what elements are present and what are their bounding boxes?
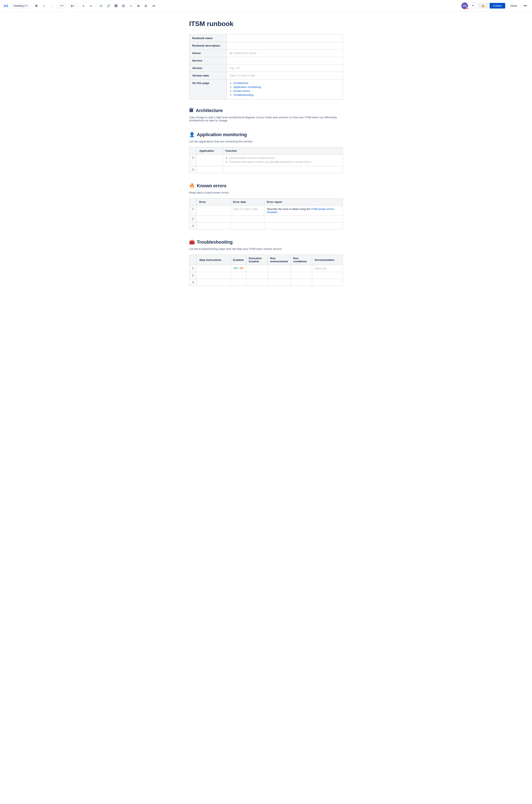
confluence-logo[interactable] — [3, 3, 9, 9]
lock-icon: 🔒 — [481, 4, 484, 7]
troubleshooting-link[interactable]: Troubleshooting — [233, 93, 253, 96]
value-version[interactable]: e.g., 2.3 — [227, 64, 343, 72]
error-row3-error[interactable] — [197, 223, 231, 229]
align-select[interactable]: ≡ ▾ — [58, 3, 65, 8]
app-monitoring-emoji: 👤 — [189, 132, 195, 137]
error-row3-date[interactable] — [230, 223, 264, 229]
trouble-row1-enabled[interactable]: YES / NO — [230, 265, 246, 272]
table-header-row: Step instructions Enabled Execution loca… — [189, 255, 343, 265]
col-num-header — [189, 147, 197, 154]
table-row: Version date Type // to add a date — [189, 72, 343, 79]
trouble-row3-step[interactable] — [197, 279, 231, 286]
value-service[interactable] — [227, 57, 343, 64]
label-runbook-desc: Runbook description — [189, 42, 227, 50]
label-service: Service — [189, 57, 227, 64]
trouble-row2-execution[interactable] — [246, 272, 268, 279]
error-row2-report[interactable] — [264, 216, 343, 223]
layout-button[interactable]: ⊟ — [142, 2, 149, 9]
app-row1-application[interactable] — [197, 154, 223, 166]
architecture-heading: 🏛 Architecture — [189, 108, 343, 113]
known-errors-link[interactable]: Known errors — [233, 89, 250, 93]
app-monitoring-section: 👤 Application monitoring List the applic… — [189, 132, 343, 173]
trouble-row1-run-env[interactable] — [268, 265, 290, 272]
table-header-row: Error Error date Error report — [189, 199, 343, 206]
table-row: 2 — [189, 166, 343, 173]
add-button[interactable]: + — [470, 2, 476, 9]
trouble-row2-enabled[interactable] — [230, 272, 246, 279]
align-icon: ≡ — [60, 4, 62, 7]
row-num-3: 3 — [189, 223, 197, 229]
architecture-link[interactable]: Architecture — [233, 81, 248, 85]
more-options-button[interactable]: ••• — [522, 2, 529, 9]
col-error-date-header: Error date — [230, 199, 264, 206]
bullet-list-button[interactable]: ≡ — [80, 2, 87, 9]
trouble-row1-doc[interactable]: Add a link — [312, 265, 343, 272]
text-color-select[interactable]: A ▾ — [69, 3, 76, 8]
architecture-section: 🏛 Architecture Type /image to add a high… — [189, 108, 343, 122]
mention-button[interactable]: @ — [120, 2, 127, 9]
trouble-row2-run-cond[interactable] — [290, 272, 312, 279]
trouble-row3-run-env[interactable] — [268, 279, 290, 286]
col-run-cond-header: Run conditions — [290, 255, 312, 265]
doc-placeholder: Add a link — [315, 267, 326, 270]
italic-button[interactable]: I — [40, 2, 47, 9]
col-execution-header: Execution location — [246, 255, 268, 265]
list-item: Known errors — [233, 89, 340, 93]
list-item: Application monitoring — [233, 86, 340, 89]
close-button[interactable]: Close — [507, 3, 520, 8]
trouble-row3-execution[interactable] — [246, 279, 268, 286]
table-row: 1 YES / NO Add a link — [189, 265, 343, 272]
known-errors-heading: 🔥 Known errors — [189, 183, 343, 189]
trouble-row2-doc[interactable] — [312, 272, 343, 279]
value-runbook-name[interactable] — [227, 35, 343, 42]
label-version: Version — [189, 64, 227, 72]
table-button[interactable]: ⊞ — [135, 2, 142, 9]
yes-no-toggle[interactable]: YES / NO — [233, 267, 244, 269]
list-item: Troubleshooting — [233, 93, 340, 96]
trouble-row2-run-env[interactable] — [268, 272, 290, 279]
error-row1-error[interactable] — [197, 206, 231, 216]
trouble-row1-step[interactable] — [197, 265, 231, 272]
numbered-list-button[interactable]: ≡ — [88, 2, 94, 9]
trouble-row2-step[interactable] — [197, 272, 231, 279]
value-version-date[interactable]: Type // to add a date — [227, 72, 343, 79]
text-color-chevron-icon: ▾ — [74, 4, 75, 7]
trouble-row1-execution[interactable] — [246, 265, 268, 272]
link-button[interactable]: 🔗 — [105, 2, 112, 9]
troubleshooting-emoji: 🧰 — [189, 240, 195, 245]
more-format-button[interactable]: ... — [48, 2, 55, 9]
no-label[interactable]: NO — [240, 267, 244, 269]
trouble-row3-run-cond[interactable] — [290, 279, 312, 286]
app-row2-function[interactable] — [223, 166, 343, 173]
value-owner[interactable]: @ mention the owner — [227, 50, 343, 57]
trouble-row3-enabled[interactable] — [230, 279, 246, 286]
avatar[interactable]: CK — [461, 2, 468, 9]
trouble-row3-doc[interactable] — [312, 279, 343, 286]
value-on-this-page: Architecture Application monitoring Know… — [227, 79, 343, 99]
yes-label[interactable]: YES — [233, 267, 238, 269]
error-row1-report[interactable]: Describe the error in detail using the I… — [264, 206, 343, 216]
bold-button[interactable]: B — [33, 2, 40, 9]
error-row2-error[interactable] — [197, 216, 231, 223]
app-row2-application[interactable] — [197, 166, 223, 173]
label-version-date: Version date — [189, 72, 227, 79]
error-row1-date[interactable]: Type // to add a date — [230, 206, 264, 216]
trouble-row1-run-cond[interactable] — [290, 265, 312, 272]
emoji-button[interactable]: ☺ — [128, 2, 134, 9]
error-row2-date[interactable] — [230, 216, 264, 223]
app-row1-function[interactable]: List the metrics that are being tracked … — [223, 154, 343, 166]
more-insert-button[interactable]: +▾ — [150, 2, 157, 9]
page-title[interactable]: ITSM runbook — [189, 20, 343, 27]
image-button[interactable]: 🖼 — [113, 2, 119, 9]
col-doc-header: Documentation — [312, 255, 343, 265]
col-error-header: Error — [197, 199, 231, 206]
save-button[interactable]: 🔒 — [478, 3, 488, 8]
publish-button[interactable]: Publish — [490, 3, 505, 8]
app-monitoring-link[interactable]: Application monitoring — [233, 86, 261, 89]
heading-select[interactable]: Heading 2 ▾ — [12, 3, 30, 8]
value-runbook-desc[interactable] — [227, 42, 343, 50]
task-button[interactable]: ☑ — [98, 2, 104, 9]
list-item: Describe what types of alerts are typica… — [229, 160, 340, 163]
error-row3-report[interactable] — [264, 223, 343, 229]
col-num-header — [189, 255, 197, 265]
